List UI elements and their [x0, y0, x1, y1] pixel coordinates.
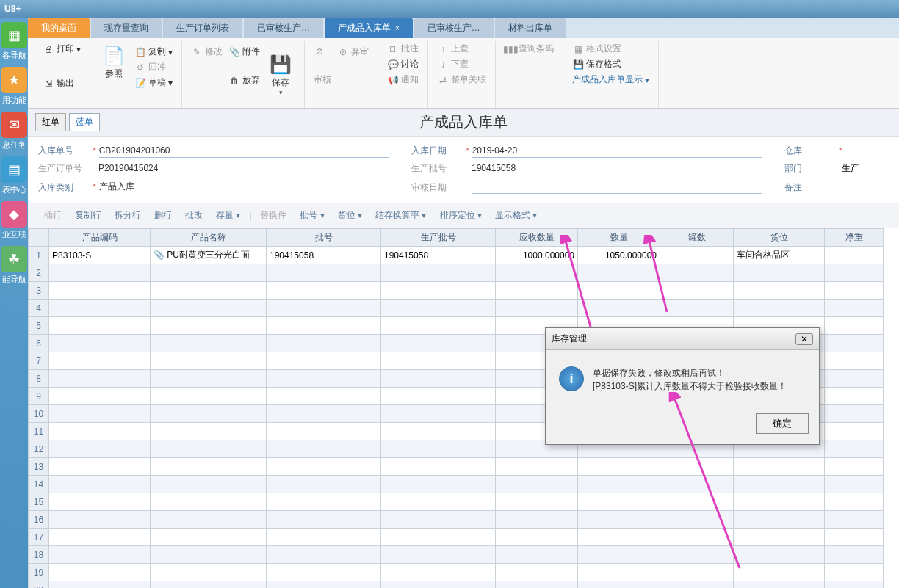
delete-row-button[interactable]: 删行 [150, 207, 176, 224]
col-cans[interactable]: 罐数 [660, 229, 734, 247]
prod-order-label: 生产订单号 [38, 162, 90, 175]
download-button[interactable]: ↓下查 [434, 57, 489, 72]
col-slot[interactable]: 货位 [734, 229, 825, 247]
col-code[interactable]: 产品编码 [49, 229, 151, 247]
tab-material-out[interactable]: 材料出库单 [495, 18, 566, 38]
table-row[interactable]: 19 [29, 564, 884, 581]
prod-batch-field[interactable]: 190415058 [472, 161, 762, 175]
doc-no-field[interactable]: CB201904201060 [99, 144, 389, 158]
stock-button[interactable]: 存量 ▾ [212, 207, 245, 224]
category-label: 入库类别 [38, 181, 90, 194]
copy-row-button[interactable]: 复制行 [71, 207, 106, 224]
remark-label: 备注 [784, 181, 836, 194]
table-row[interactable]: 1P83103-S📎 PU耐黄变三分光白面1904150581904150581… [29, 247, 884, 264]
tab-approved-1[interactable]: 已审核生产… [244, 18, 323, 38]
split-row-button[interactable]: 拆分行 [110, 207, 145, 224]
barcode-icon: ▮▮▮ [505, 43, 516, 55]
save-button[interactable]: 💾保存▾ [263, 41, 298, 108]
display-button[interactable]: 显示格式 ▾ [491, 207, 541, 224]
modify-button[interactable]: ✎修改 [188, 44, 225, 59]
discard-review-icon: ⊘ [337, 46, 349, 58]
table-row[interactable]: 3 [29, 282, 884, 300]
col-netwt[interactable]: 净重 [825, 229, 884, 247]
table-row[interactable]: 13 [29, 458, 884, 476]
output-button[interactable]: ⇲输出 [40, 76, 84, 91]
insert-row-button[interactable]: 插行 [40, 207, 66, 224]
tab-prod-order[interactable]: 生产订单列表 [163, 18, 242, 38]
dialog-ok-button[interactable]: 确定 [756, 413, 809, 434]
convert-button[interactable]: 结存换算率 ▾ [371, 207, 430, 224]
col-qty[interactable]: 数量 [578, 229, 660, 247]
upload-button[interactable]: ↑上查 [434, 41, 489, 57]
table-row[interactable]: 18 [29, 546, 884, 564]
display-mode-button[interactable]: 产成品入库单显示▾ [569, 72, 652, 87]
table-row[interactable]: 4 [29, 300, 884, 317]
query-barcode-button[interactable]: ▮▮▮查询条码 [502, 41, 557, 57]
table-row[interactable]: 15 [29, 493, 884, 511]
slot-button[interactable]: 货位 ▾ [333, 207, 367, 224]
close-icon[interactable]: × [395, 24, 400, 32]
col-yingshou[interactable]: 应收数量 [496, 229, 578, 247]
tab-stock-query[interactable]: 现存量查询 [91, 18, 162, 38]
notify-button[interactable]: 📢通知 [384, 72, 422, 87]
table-row[interactable]: 14 [29, 476, 884, 493]
abandon-review-button: ⊘ [311, 44, 334, 59]
tab-desktop[interactable]: 我的桌面 [28, 18, 90, 38]
side-nav-5[interactable]: ☘能导航 [0, 246, 28, 285]
reverse-icon: ↺ [134, 62, 146, 73]
col-name[interactable]: 产品名称 [151, 229, 267, 247]
discuss-button[interactable]: 💬讨论 [384, 57, 422, 72]
side-nav-0[interactable]: ▦各导航 [0, 22, 28, 61]
table-row[interactable]: 16 [29, 511, 884, 529]
reference-button[interactable]: 📄参照 [96, 41, 131, 83]
form-area: 入库单号*CB201904201060 入库日期*2019-04-20 仓库* … [28, 137, 899, 195]
col-batch[interactable]: 批号 [267, 229, 381, 247]
audit-date-field[interactable] [472, 181, 762, 194]
blue-button[interactable]: 蓝单 [69, 113, 100, 131]
batch-modify-button[interactable]: 批改 [181, 207, 207, 224]
attach-button[interactable]: 📎附件 [225, 44, 263, 59]
draft-button[interactable]: 📝草稿▾ [131, 75, 176, 90]
dialog-header[interactable]: 库存管理 ✕ [546, 328, 819, 350]
draft-icon: 📝 [134, 77, 146, 89]
category-field[interactable]: 产品入库 [99, 179, 389, 195]
form-toggle-row: 红单 蓝单 产成品入库单 [28, 109, 899, 137]
dialog-close-button[interactable]: ✕ [795, 333, 813, 345]
left-sidebar: ▦各导航 ★用功能 ✉息任务 ▤表中心 ◆业互联 ☘能导航 [0, 18, 28, 588]
side-nav-1[interactable]: ★用功能 [0, 67, 28, 106]
ribbon-toolbar: 🖨打印▾ ⇲输出 📄参照 📋复制▾ ↺回冲 📝草稿▾ ✎修改 📎附件 🗑放弃 [28, 38, 899, 109]
in-date-field[interactable]: 2019-04-20 [472, 144, 762, 158]
col-rownum[interactable] [29, 229, 49, 247]
side-nav-4[interactable]: ◆业互联 [0, 201, 28, 240]
in-date-label: 入库日期 [411, 145, 463, 157]
audit-date-label: 审核日期 [411, 181, 463, 194]
table-row[interactable]: 2 [29, 264, 884, 282]
abandon-button[interactable]: 🗑放弃 [225, 73, 263, 88]
tab-approved-2[interactable]: 已审核生产… [414, 18, 494, 38]
batchno-button[interactable]: 批号 ▾ [295, 207, 328, 224]
hedge-button[interactable]: ↺回冲 [131, 59, 176, 75]
print-button[interactable]: 🖨打印▾ [40, 41, 84, 57]
side-nav-2[interactable]: ✉息任务 [0, 112, 28, 150]
tab-inbound-active[interactable]: 产成品入库单× [325, 18, 413, 38]
table-row[interactable]: 20 [29, 581, 884, 589]
prod-batch-label: 生产批号 [411, 162, 463, 175]
copy-button[interactable]: 📋复制▾ [131, 44, 176, 59]
grid-toolbar: 插行 复制行 拆分行 删行 批改 存量 ▾ | 替换件 批号 ▾ 货位 ▾ 结存… [28, 203, 899, 228]
prod-order-field[interactable]: P20190415024 [98, 161, 389, 175]
error-dialog: 库存管理 ✕ i 单据保存失败，修改或稍后再试！ [P83103-S]累计入库数… [545, 327, 820, 445]
link-icon: ⇄ [437, 74, 449, 86]
side-nav-3[interactable]: ▤表中心 [0, 156, 28, 195]
whole-relation-button[interactable]: ⇄整单关联 [434, 72, 489, 87]
down-arrow-icon: ↓ [437, 59, 449, 70]
table-row[interactable]: 17 [29, 529, 884, 546]
save-icon: 💾 [572, 59, 584, 70]
abandon-review-text: ⊘弃审 [334, 44, 372, 59]
replace-button[interactable]: 替换件 [256, 207, 291, 224]
annotate-button[interactable]: 🗒批注 [384, 41, 422, 57]
format-set-button[interactable]: ▦格式设置 [569, 41, 652, 57]
red-button[interactable]: 红单 [35, 113, 66, 131]
sort-button[interactable]: 排序定位 ▾ [436, 207, 486, 224]
save-format-button[interactable]: 💾保存格式 [569, 57, 652, 72]
col-prod-batch[interactable]: 生产批号 [381, 229, 496, 247]
